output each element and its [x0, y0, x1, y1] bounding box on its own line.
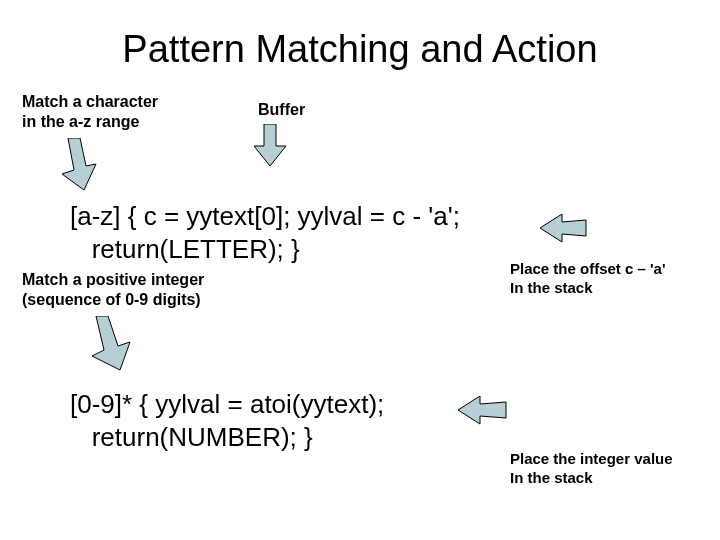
code-rule1-line1: [a-z] { c = yytext[0]; yylval = c - 'a';	[70, 200, 460, 233]
code-rule2-line1: [0-9]* { yylval = atoi(yytext);	[70, 388, 384, 421]
svg-marker-4	[458, 396, 506, 424]
slide-title: Pattern Matching and Action	[0, 28, 720, 71]
code-rule2-line2: return(NUMBER); }	[70, 421, 313, 454]
svg-marker-0	[62, 138, 96, 190]
label-match-character: Match a character in the a-z range	[22, 92, 158, 132]
arrow-left-icon	[540, 214, 588, 244]
arrow-down-icon	[254, 124, 288, 168]
arrow-down-right-icon-2	[90, 316, 138, 374]
arrow-down-right-icon	[60, 138, 104, 194]
label-match-integer: Match a positive integer (sequence of 0-…	[22, 270, 204, 310]
svg-marker-3	[92, 316, 130, 370]
svg-marker-1	[254, 124, 286, 166]
arrow-left-icon-2	[458, 396, 508, 426]
label-buffer: Buffer	[258, 100, 305, 120]
svg-marker-2	[540, 214, 586, 242]
caption-int-value: Place the integer value In the stack	[510, 450, 673, 488]
caption-offset: Place the offset c – 'a' In the stack	[510, 260, 666, 298]
code-rule1-line2: return(LETTER); }	[70, 233, 300, 266]
